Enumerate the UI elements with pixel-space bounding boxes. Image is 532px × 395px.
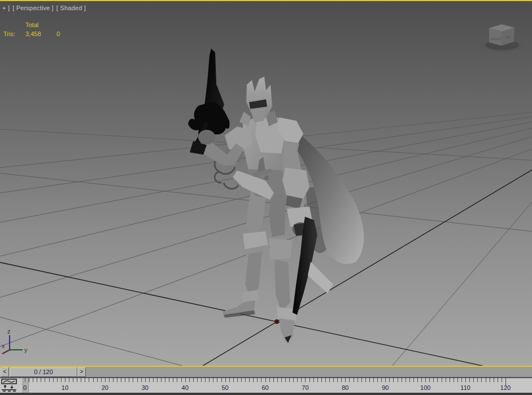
ruler-frame-label: 50 — [221, 384, 228, 391]
axis-y-label: y — [24, 346, 28, 353]
ruler-frame-label: 110 — [460, 384, 470, 391]
ruler-frame-label: 100 — [420, 384, 430, 391]
viewport-pov-menu[interactable]: [ Perspective ] — [12, 5, 54, 11]
time-slider-track[interactable]: < 0 / 120 > — [0, 367, 532, 378]
origin-point — [274, 319, 279, 324]
track-bar[interactable]: 0102030405060708090100110120 — [0, 378, 532, 393]
ruler-frame-label: 10 — [62, 384, 68, 391]
viewcube-face-right-label[interactable]: RIGHT — [491, 37, 502, 41]
world-axis-lines — [0, 170, 532, 366]
previous-frame-button[interactable]: < — [1, 367, 9, 377]
ruler-frame-label: 40 — [182, 384, 189, 391]
ruler-frame-label: 0 — [23, 384, 27, 391]
viewcube-face-back-label[interactable]: BA — [506, 36, 511, 39]
ruler-frame-label: 60 — [261, 384, 268, 391]
axis-x-label: x — [2, 343, 5, 349]
ruler-frame-label: 20 — [102, 384, 108, 391]
ruler-frame-label: 70 — [302, 384, 308, 391]
stats-tris-total: 3,458 — [25, 30, 41, 37]
ruler-frame-label: 90 — [382, 384, 389, 391]
axis-z-label: z — [7, 328, 11, 335]
viewcube[interactable]: RIGHT BA — [480, 24, 524, 52]
viewport-canvas[interactable]: RIGHT BA z y x — [0, 1, 532, 366]
open-mini-curve-editor-icon[interactable] — [1, 379, 18, 392]
ruler-frame-label: 80 — [342, 384, 348, 391]
character-model — [188, 49, 364, 343]
bottom-divider — [0, 393, 532, 395]
viewport-label: + ] [ Perspective ] [ Shaded ] — [2, 5, 86, 11]
next-frame-button[interactable]: > — [77, 367, 86, 377]
ruler-ticks — [25, 378, 507, 382]
max-viewport-window: RIGHT BA z y x + ] [ Perspective ] [ Sha… — [0, 0, 532, 395]
ruler-frame-label: 120 — [500, 384, 511, 391]
stats-tris-selected: 0 — [56, 30, 60, 37]
viewport-general-menu[interactable]: + ] — [2, 5, 10, 11]
viewport-shading-menu[interactable]: [ Shaded ] — [56, 5, 86, 11]
perspective-viewport[interactable]: RIGHT BA z y x + ] [ Perspective ] [ Sha… — [0, 0, 532, 367]
ruler-frame-label: 30 — [142, 384, 149, 391]
time-slider-handle[interactable]: 0 / 120 — [10, 367, 77, 377]
stats-total-header: Total — [25, 21, 38, 28]
stats-tris-label: Tris: — [3, 30, 15, 37]
